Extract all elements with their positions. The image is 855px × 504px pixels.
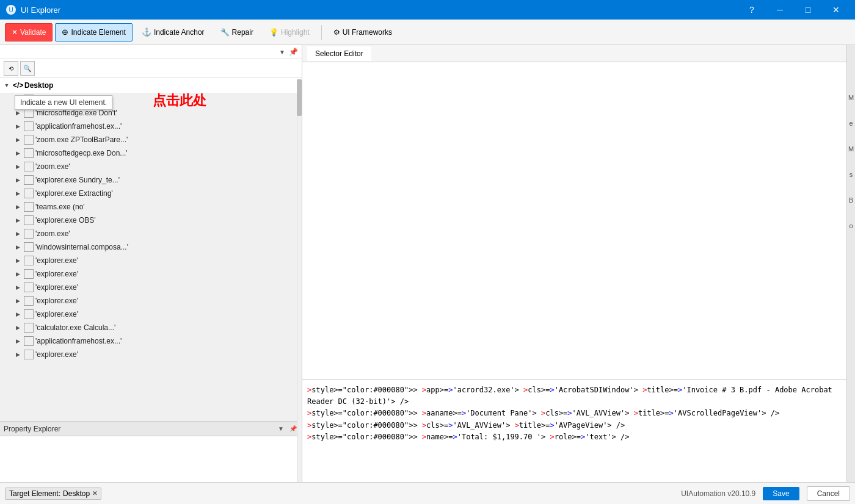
ui-frameworks-button[interactable]: ⚙ UI Frameworks [327, 23, 399, 41]
close-button[interactable]: ✕ [822, 0, 850, 20]
window-controls: ? ─ □ ✕ [738, 0, 850, 20]
xml-line: >style>="color:#000080">> >app>=>'acrord… [307, 384, 842, 408]
tree-expand-icon: ▶ [13, 298, 22, 304]
side-letter-b: B [849, 196, 853, 204]
minimize-button[interactable]: ─ [766, 0, 794, 20]
tree-expand-icon: ▶ [13, 110, 22, 116]
tree-item-label: 'zoom.exe' [35, 229, 70, 238]
tree-item[interactable]: ▶ 'explorer.exe' [0, 308, 302, 321]
side-letter-o: o [849, 222, 853, 229]
tree-expand-icon: ▶ [13, 231, 22, 237]
status-bar: Target Element: Desktop ✕ UIAutomation v… [0, 482, 855, 504]
indicate-anchor-button[interactable]: ⚓ Indicate Anchor [135, 23, 211, 41]
tree-item[interactable]: ▶ 'explorer.exe OBS' [0, 214, 302, 227]
tree-expand-icon: ▶ [13, 325, 22, 331]
indicate-element-button[interactable]: ⊕ Indicate Element [55, 23, 132, 41]
target-element-close[interactable]: ✕ [92, 490, 97, 497]
title-bar: U UI Explorer ? ─ □ ✕ [0, 0, 855, 20]
tree-item[interactable]: ▶ 'applicationframehost.ex...' [0, 334, 302, 348]
toolbar: ✕ Validate ⊕ Indicate Element ⚓ Indicate… [0, 20, 855, 45]
side-letter-e: e [849, 120, 853, 127]
tree-item[interactable]: ▶ 'explorer.exe' [0, 267, 302, 281]
search-row: ▼ 📌 [0, 45, 302, 59]
maximize-button[interactable]: □ [794, 0, 822, 20]
xml-line: >style>="color:#000080">> >cls>=>'AVL_AV… [307, 420, 842, 431]
root-xml-icon: </> [13, 81, 23, 90]
tree-expand-icon: ▶ [13, 257, 22, 264]
side-letter-m1: M [848, 94, 854, 101]
tree-item-label: 'explorer.exe' [35, 350, 78, 359]
tree-item[interactable]: ▶ 'explorer.exe Extracting' [0, 187, 302, 200]
property-explorer: Property Explorer ▼ 📌 [0, 421, 302, 482]
svg-text:U: U [9, 7, 13, 13]
window-icon [24, 215, 34, 225]
highlight-button[interactable]: 💡 Highlight [263, 23, 316, 41]
indicate-anchor-icon: ⚓ [142, 27, 151, 37]
highlight-icon: 💡 [269, 28, 278, 37]
tree-item[interactable]: ▶ 'explorer.exe' [0, 254, 302, 267]
window-icon [24, 256, 34, 265]
property-explorer-dropdown[interactable]: ▼ [276, 424, 286, 434]
selector-visual-area [302, 62, 846, 380]
tooltip: Indicate a new UI element. [15, 95, 112, 110]
window-icon [24, 323, 34, 333]
highlight-label: Highlight [281, 28, 310, 37]
tree-item-label: 'explorer.exe' [35, 310, 78, 319]
tree-item-label: 'zoom.exe' [35, 162, 70, 171]
selector-editor-tab[interactable]: Selector Editor [307, 46, 371, 61]
tree-item[interactable]: ▶ 'explorer.exe' [0, 281, 302, 294]
tree-item[interactable]: ▶ 'zoom.exe' [0, 227, 302, 240]
save-button[interactable]: Save [763, 487, 799, 500]
property-explorer-label: Property Explorer [4, 425, 60, 433]
tree-panel[interactable]: ▼ </> Desktop ▶ 'uipath.studio.exe' ▶ 'm… [0, 78, 302, 421]
main-area: Indicate a new UI element. 点击此处 ▼ 📌 ⟲ 🔍 … [0, 45, 855, 482]
ui-frameworks-label: UI Frameworks [343, 28, 392, 37]
tree-item-label: 'microsoftedgecp.exe Don...' [35, 149, 128, 157]
pin-icon[interactable]: 📌 [289, 48, 298, 56]
tree-item[interactable]: ▶ 'applicationframehost.ex...' [0, 120, 302, 133]
validate-button[interactable]: ✕ Validate [5, 23, 53, 41]
tree-root-desktop[interactable]: ▼ </> Desktop [0, 78, 302, 93]
tree-item[interactable]: ▶ 'explorer.exe' [0, 348, 302, 361]
indicate-anchor-label: Indicate Anchor [154, 28, 205, 37]
app-icon: U [5, 4, 17, 16]
left-scroll-thumb[interactable] [297, 79, 302, 116]
tree-item-label: 'applicationframehost.ex...' [35, 122, 122, 131]
validate-icon: ✕ [12, 28, 18, 37]
side-letter-s: s [850, 171, 853, 178]
tree-item-label: 'calculator.exe Calcula...' [35, 323, 115, 332]
window-icon [24, 229, 34, 239]
indicate-element-icon: ⊕ [62, 27, 68, 37]
tree-item-label: 'windowsinternal.composa...' [35, 243, 128, 251]
property-explorer-controls: ▼ 📌 [276, 424, 298, 434]
side-letter-m2: M [848, 145, 854, 153]
dropdown-arrow-icon[interactable]: ▼ [279, 49, 285, 56]
tree-item[interactable]: ▶ 'zoom.exe ZPToolBarPare...' [0, 133, 302, 146]
tree-expand-icon: ▶ [13, 164, 22, 170]
window-icon [24, 202, 34, 212]
tree-item[interactable]: ▶ 'explorer.exe' [0, 294, 302, 308]
right-panel: Selector Editor >style>="color:#000080">… [302, 45, 846, 482]
tree-item[interactable]: ▶ 'windowsinternal.composa...' [0, 240, 302, 254]
tree-item-label: 'explorer.exe Sundry_te...' [35, 176, 120, 184]
left-scroll-track[interactable] [297, 79, 302, 482]
tree-expand-icon: ▶ [13, 204, 22, 210]
tree-item[interactable]: ▶ 'zoom.exe' [0, 160, 302, 173]
xml-line: >style>="color:#000080">> >name>=>'Total… [307, 431, 842, 443]
tree-item-label: 'explorer.exe' [35, 270, 78, 278]
left-panel: Indicate a new UI element. 点击此处 ▼ 📌 ⟲ 🔍 … [0, 45, 302, 482]
dropdown-controls: ▼ 📌 [279, 48, 298, 56]
validate-label: Validate [20, 28, 46, 37]
tree-item[interactable]: ▶ 'teams.exe (no' [0, 200, 302, 214]
tree-item[interactable]: ▶ 'calculator.exe Calcula...' [0, 321, 302, 334]
cancel-button[interactable]: Cancel [807, 486, 850, 501]
tree-item[interactable]: ▶ 'explorer.exe Sundry_te...' [0, 173, 302, 187]
navigate-back-button[interactable]: ⟲ [4, 61, 18, 76]
window-icon [24, 135, 34, 145]
search-button[interactable]: 🔍 [20, 61, 35, 76]
help-button[interactable]: ? [738, 0, 766, 20]
root-collapse-icon: ▼ [2, 82, 11, 88]
window-icon [24, 148, 34, 158]
repair-button[interactable]: 🔧 Repair [214, 23, 260, 41]
tree-item[interactable]: ▶ 'microsoftedgecp.exe Don...' [0, 146, 302, 160]
